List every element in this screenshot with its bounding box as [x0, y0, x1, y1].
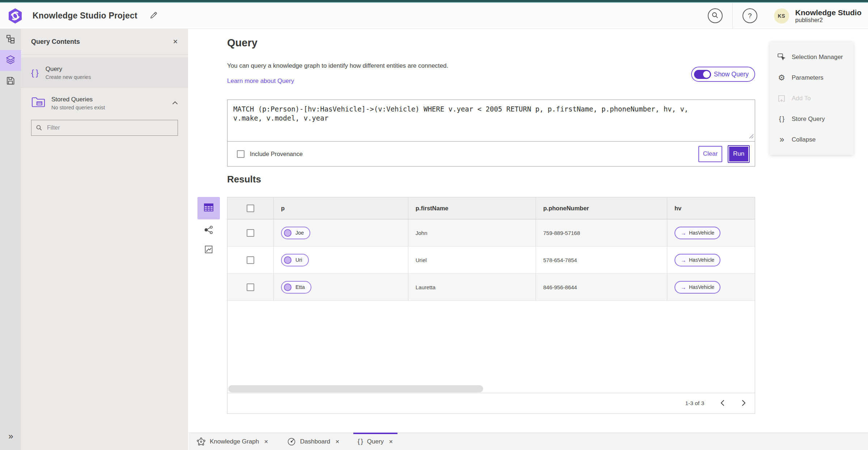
panel-header: Query Contents ✕	[21, 29, 188, 55]
table-footer: 1-3 of 3	[227, 393, 755, 413]
chevron-up-icon[interactable]	[172, 100, 178, 106]
close-icon[interactable]: ✕	[264, 439, 268, 445]
edge-chip[interactable]: → HasVehicle	[675, 281, 720, 294]
edge-label: HasVehicle	[689, 284, 714, 290]
expand-icon: »	[8, 431, 12, 441]
include-provenance-label: Include Provenance	[250, 151, 303, 157]
stored-queries-subtitle: No stored queries exist	[51, 105, 105, 110]
query-item-subtitle: Create new queries	[46, 74, 91, 80]
add-to-item: Add To	[770, 88, 854, 109]
horizontal-scrollbar[interactable]	[228, 385, 483, 392]
add-to-icon	[777, 94, 786, 103]
graph-view-button[interactable]	[197, 222, 220, 239]
column-header-phonenumber[interactable]: p.phoneNumber	[536, 197, 667, 219]
row-checkbox[interactable]	[247, 256, 254, 264]
run-button[interactable]: Run	[728, 146, 749, 162]
edge-chip[interactable]: → HasVehicle	[675, 227, 720, 239]
app-window: Knowledge Studio Project ? KS Knowledge …	[0, 0, 868, 450]
edge-chip[interactable]: → HasVehicle	[675, 254, 720, 266]
cell-firstname: Lauretta	[408, 274, 536, 300]
chevron-left-icon	[720, 400, 724, 407]
rail-item-save[interactable]	[0, 71, 21, 92]
show-query-toggle[interactable]: Show Query	[691, 67, 755, 82]
clear-button[interactable]: Clear	[698, 146, 722, 162]
toggle-knob	[703, 71, 710, 78]
panel-close-button[interactable]: ✕	[173, 38, 178, 46]
panel-item-query[interactable]: { } Query Create new queries	[21, 58, 188, 88]
close-icon[interactable]: ✕	[335, 439, 340, 445]
panel-item-stored-queries[interactable]: Stored Queries No stored queries exist	[21, 94, 188, 110]
column-header-hv[interactable]: hv	[667, 197, 755, 219]
user-info: Knowledge Studio publisher2	[795, 8, 861, 24]
main-content: Query You can query a knowledge graph to…	[188, 29, 868, 433]
store-query-label: Store Query	[792, 115, 825, 123]
close-icon[interactable]: ✕	[389, 439, 393, 445]
help-icon: ?	[748, 12, 752, 20]
search-button[interactable]	[708, 8, 723, 23]
top-accent-strip	[0, 0, 868, 3]
table-row: Etta Lauretta 846-956-8644 → HasVehicle	[227, 274, 755, 301]
previous-page-button[interactable]	[719, 398, 726, 409]
collapse-icon: »	[777, 135, 786, 144]
node-chip[interactable]: Joe	[281, 227, 310, 239]
filter-input[interactable]	[46, 124, 173, 131]
column-header-p[interactable]: p	[273, 197, 408, 219]
selection-manager-label: Selection Manager	[792, 54, 843, 61]
node-icon	[284, 256, 292, 264]
select-all-checkbox[interactable]	[247, 205, 254, 212]
braces-icon: { }	[358, 438, 363, 445]
column-header-firstname[interactable]: p.firstName	[408, 197, 536, 219]
parameters-item[interactable]: ⚙ Parameters	[770, 67, 854, 88]
dashboard-icon	[287, 437, 296, 446]
row-checkbox[interactable]	[247, 229, 254, 237]
node-label: Etta	[295, 284, 305, 290]
tab-knowledge-graph[interactable]: Knowledge Graph ✕	[194, 433, 271, 450]
query-editor-box: MATCH (p:Person)-[hv:HasVehicle]->(v:Veh…	[227, 100, 755, 167]
include-provenance-checkbox[interactable]	[237, 150, 244, 158]
chart-view-button[interactable]	[197, 242, 220, 258]
table-view-button[interactable]	[197, 197, 220, 219]
left-icon-rail: »	[0, 29, 21, 450]
stored-queries-filter	[31, 120, 178, 136]
store-query-item[interactable]: { } Store Query	[770, 109, 854, 129]
bottom-tab-bar: Knowledge Graph ✕ Dashboard ✕ { } Query …	[188, 433, 868, 450]
query-editor[interactable]: MATCH (p:Person)-[hv:HasVehicle]->(v:Veh…	[227, 100, 755, 141]
learn-more-link[interactable]: Learn more about Query	[227, 77, 294, 85]
graph-view-icon	[204, 225, 213, 236]
avatar[interactable]: KS	[774, 8, 789, 24]
node-icon	[284, 229, 292, 237]
query-description: You can query a knowledge graph to ident…	[227, 62, 448, 70]
save-icon	[6, 76, 15, 87]
hierarchy-icon	[6, 34, 15, 45]
stored-queries-title: Stored Queries	[51, 96, 105, 103]
tab-label: Query	[367, 438, 384, 445]
cell-firstname: Uriel	[408, 247, 536, 273]
table-row: Uri Uriel 578-654-7854 → HasVehicle	[227, 247, 755, 274]
row-checkbox[interactable]	[247, 283, 254, 291]
show-query-label: Show Query	[714, 71, 749, 78]
tab-query[interactable]: { } Query ✕	[355, 433, 396, 450]
arrow-right-icon: →	[681, 284, 686, 290]
stored-queries-text: Stored Queries No stored queries exist	[51, 96, 105, 110]
tab-dashboard[interactable]: Dashboard ✕	[284, 433, 342, 450]
next-page-button[interactable]	[740, 398, 748, 409]
edit-title-button[interactable]	[148, 10, 159, 21]
cell-phonenumber: 846-956-8644	[536, 274, 667, 300]
edge-label: HasVehicle	[689, 257, 714, 263]
node-chip[interactable]: Uri	[281, 254, 309, 266]
rail-item-layers[interactable]	[0, 50, 21, 71]
table-header-row: p p.firstName p.phoneNumber hv	[227, 197, 755, 219]
project-title: Knowledge Studio Project	[33, 11, 137, 21]
resize-handle-icon[interactable]	[749, 134, 754, 140]
help-button[interactable]: ?	[743, 8, 757, 23]
collapse-item[interactable]: » Collapse	[770, 129, 854, 150]
rail-item-hierarchy[interactable]	[0, 29, 21, 50]
selection-manager-item[interactable]: Selection Manager	[770, 47, 854, 67]
node-chip[interactable]: Etta	[281, 281, 311, 294]
expand-panel-button[interactable]: »	[0, 431, 21, 441]
results-title: Results	[227, 174, 261, 185]
user-role: publisher2	[795, 17, 861, 23]
cell-phonenumber: 578-654-7854	[536, 247, 667, 273]
stored-queries-folder-icon	[31, 96, 46, 110]
query-actions-panel: Selection Manager ⚙ Parameters Add To { …	[770, 42, 854, 155]
